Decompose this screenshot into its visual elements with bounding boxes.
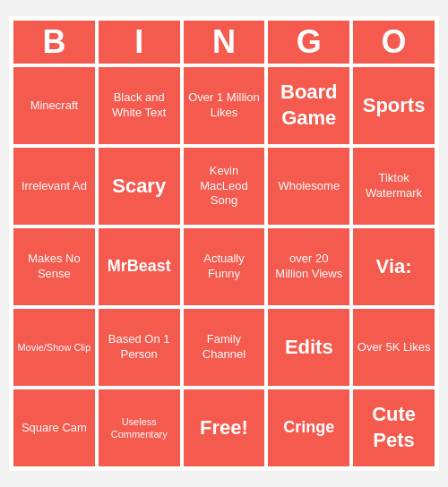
bingo-cell: Black and White Text (97, 65, 182, 146)
bingo-cell: Irrelevant Ad (12, 146, 97, 226)
bingo-cell: Cringe (266, 388, 351, 468)
bingo-cell: Edits (266, 307, 351, 388)
bingo-cell: Actually Funny (182, 226, 267, 307)
bingo-cell: Over 5K Likes (351, 307, 436, 388)
bingo-cell: Makes No Sense (12, 226, 97, 307)
bingo-cell: Family Channel (182, 307, 267, 388)
bingo-letter: O (351, 19, 436, 65)
bingo-header: BINGO (12, 19, 436, 65)
bingo-cell: Via: (351, 226, 436, 307)
bingo-letter: B (12, 19, 97, 65)
bingo-cell: Board Game (266, 65, 351, 146)
bingo-cell: Tiktok Watermark (351, 146, 436, 226)
bingo-letter: N (182, 19, 267, 65)
bingo-grid: MinecraftBlack and White TextOver 1 Mill… (12, 65, 436, 468)
bingo-cell: Minecraft (12, 65, 97, 146)
bingo-cell: Based On 1 Person (97, 307, 182, 388)
bingo-cell: over 20 Million Views (266, 226, 351, 307)
bingo-letter: G (266, 19, 351, 65)
bingo-cell: Sports (351, 65, 436, 146)
bingo-cell: Cute Pets (351, 388, 436, 468)
bingo-cell: Free! (182, 388, 267, 468)
bingo-cell: Movie/Show Clip (12, 307, 97, 388)
bingo-cell: Useless Commentary (97, 388, 182, 468)
bingo-card: BINGO MinecraftBlack and White TextOver … (9, 16, 439, 471)
bingo-cell: Kevin MacLeod Song (182, 146, 267, 226)
bingo-cell: Over 1 Million Likes (182, 65, 267, 146)
bingo-cell: Scary (97, 146, 182, 226)
bingo-cell: MrBeast (97, 226, 182, 307)
bingo-cell: Square Cam (12, 388, 97, 468)
bingo-cell: Wholesome (266, 146, 351, 226)
bingo-letter: I (97, 19, 182, 65)
